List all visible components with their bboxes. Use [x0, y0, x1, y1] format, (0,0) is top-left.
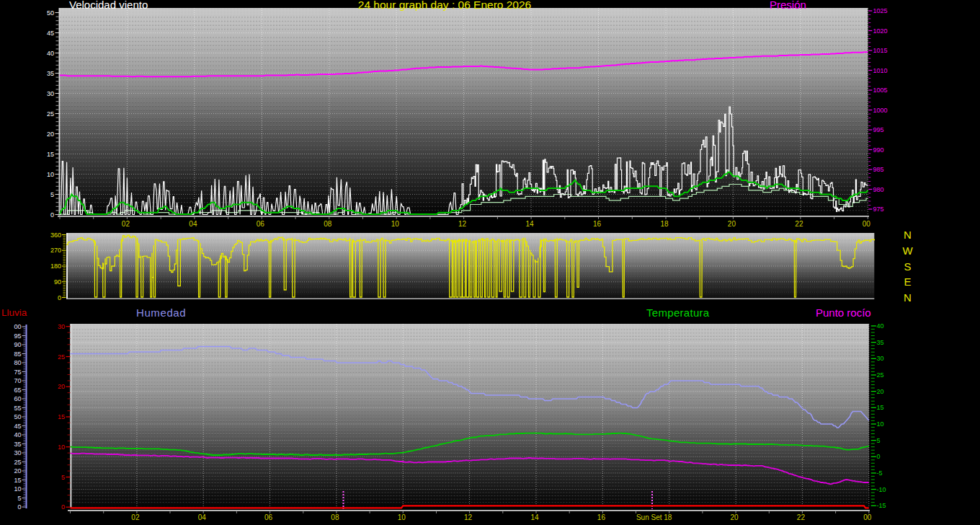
- svg-text:985: 985: [873, 166, 884, 173]
- svg-text:24 hour graph day : 06 Enero 2: 24 hour graph day : 06 Enero 2026: [358, 0, 531, 11]
- svg-text:5: 5: [50, 191, 54, 198]
- svg-text:990: 990: [873, 146, 884, 154]
- svg-text:10: 10: [47, 171, 54, 178]
- svg-text:40: 40: [14, 431, 21, 438]
- svg-text:270: 270: [50, 247, 61, 254]
- svg-text:25: 25: [877, 371, 884, 379]
- svg-text:10: 10: [391, 220, 400, 228]
- svg-text:12: 12: [464, 513, 473, 521]
- svg-text:Punto rocío: Punto rocío: [816, 306, 871, 319]
- svg-text:0: 0: [877, 453, 881, 460]
- svg-text:45: 45: [14, 423, 21, 430]
- svg-text:50: 50: [14, 413, 21, 420]
- svg-text:0: 0: [50, 211, 54, 219]
- svg-text:-15: -15: [877, 502, 886, 509]
- svg-text:Humedad: Humedad: [136, 306, 186, 319]
- svg-text:Sun Set 18: Sun Set 18: [636, 513, 672, 521]
- svg-text:80: 80: [14, 359, 21, 366]
- svg-text:02: 02: [131, 513, 140, 521]
- svg-text:00: 00: [863, 513, 872, 521]
- svg-text:02: 02: [122, 220, 130, 228]
- svg-text:12: 12: [458, 220, 467, 228]
- svg-text:18: 18: [660, 220, 669, 228]
- svg-text:1025: 1025: [873, 7, 888, 14]
- svg-text:0: 0: [17, 503, 21, 511]
- svg-text:95: 95: [14, 332, 21, 340]
- svg-text:04: 04: [189, 220, 197, 228]
- svg-text:1005: 1005: [873, 87, 888, 94]
- svg-text:30: 30: [47, 90, 54, 97]
- svg-text:25: 25: [14, 459, 21, 466]
- svg-text:20: 20: [58, 383, 65, 390]
- svg-text:35: 35: [877, 339, 884, 346]
- svg-text:995: 995: [873, 126, 884, 133]
- svg-text:06: 06: [257, 220, 265, 228]
- svg-text:1010: 1010: [873, 67, 888, 74]
- svg-text:22: 22: [797, 513, 806, 521]
- svg-text:1020: 1020: [873, 27, 888, 35]
- svg-text:14: 14: [530, 513, 539, 521]
- svg-text:360: 360: [50, 231, 61, 239]
- svg-text:75: 75: [14, 369, 21, 376]
- svg-text:10: 10: [877, 420, 884, 428]
- svg-text:W: W: [902, 244, 913, 257]
- svg-text:Lluvia: Lluvia: [1, 307, 27, 318]
- svg-text:0: 0: [58, 294, 61, 301]
- svg-text:N: N: [904, 291, 912, 304]
- svg-text:1015: 1015: [873, 47, 888, 54]
- svg-text:55: 55: [14, 405, 21, 412]
- svg-text:22: 22: [795, 220, 803, 228]
- svg-text:0: 0: [61, 503, 65, 511]
- svg-text:15: 15: [58, 413, 65, 420]
- svg-text:1000: 1000: [873, 107, 888, 114]
- svg-text:25: 25: [47, 110, 54, 118]
- svg-text:14: 14: [526, 220, 535, 228]
- svg-text:00: 00: [863, 220, 871, 228]
- svg-text:70: 70: [14, 377, 21, 384]
- svg-text:980: 980: [873, 186, 884, 193]
- svg-text:20: 20: [728, 220, 736, 228]
- svg-text:40: 40: [47, 50, 54, 57]
- svg-text:20: 20: [877, 388, 884, 395]
- svg-text:180: 180: [50, 262, 61, 270]
- svg-text:20: 20: [14, 467, 21, 475]
- svg-text:30: 30: [14, 449, 21, 456]
- svg-text:E: E: [904, 275, 911, 288]
- svg-text:06: 06: [264, 513, 273, 521]
- svg-text:Presión: Presión: [770, 0, 806, 11]
- svg-text:08: 08: [324, 220, 332, 228]
- svg-text:15: 15: [47, 151, 54, 158]
- svg-text:S: S: [904, 260, 911, 273]
- svg-text:30: 30: [877, 355, 884, 362]
- svg-text:16: 16: [593, 220, 602, 228]
- svg-text:90: 90: [14, 341, 21, 348]
- svg-text:10: 10: [58, 444, 65, 451]
- svg-text:25: 25: [58, 353, 65, 361]
- svg-text:5: 5: [877, 437, 881, 444]
- svg-text:16: 16: [597, 513, 606, 521]
- svg-text:Velocidad viento: Velocidad viento: [69, 0, 148, 11]
- svg-text:15: 15: [877, 404, 884, 411]
- svg-text:-5: -5: [877, 469, 883, 477]
- svg-text:08: 08: [331, 513, 339, 521]
- svg-text:15: 15: [14, 477, 21, 484]
- svg-text:45: 45: [47, 30, 54, 37]
- svg-text:20: 20: [47, 131, 54, 138]
- svg-text:50: 50: [47, 9, 54, 17]
- svg-text:60: 60: [14, 395, 21, 402]
- svg-text:04: 04: [198, 513, 207, 521]
- svg-text:10: 10: [14, 485, 21, 493]
- svg-text:975: 975: [873, 206, 884, 213]
- svg-text:5: 5: [61, 474, 65, 481]
- svg-text:35: 35: [14, 441, 21, 448]
- svg-text:-10: -10: [877, 486, 886, 493]
- svg-text:35: 35: [47, 70, 54, 77]
- svg-text:40: 40: [877, 322, 884, 330]
- svg-text:20: 20: [731, 513, 739, 521]
- svg-text:Temperatura: Temperatura: [646, 306, 710, 319]
- svg-text:30: 30: [58, 323, 65, 330]
- svg-text:65: 65: [14, 387, 21, 394]
- svg-text:90: 90: [54, 278, 61, 286]
- svg-text:00: 00: [14, 323, 21, 330]
- svg-text:5: 5: [17, 495, 21, 502]
